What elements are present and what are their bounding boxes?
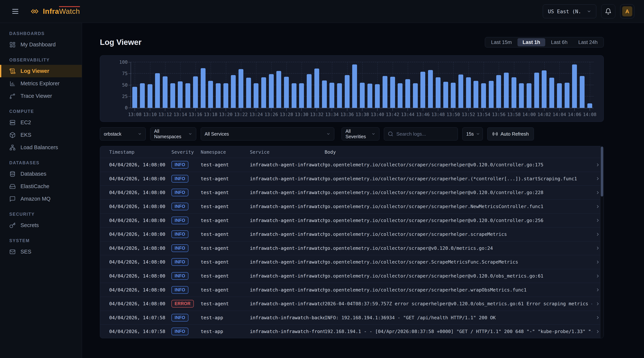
time-range-last-15m[interactable]: Last 15m [486,38,517,46]
log-row[interactable]: 04/04/2026, 14:08:00ERRORtest-agentinfra… [100,297,604,311]
region-select[interactable]: US East (N. [543,4,596,18]
sidebar-item-ses[interactable]: SES [0,246,82,258]
x-axis-label: 13:40 [371,112,384,117]
column-header-namespace: Namespace [201,149,250,155]
log-row[interactable]: 04/04/2026, 14:07:58INFOtest-appinfrawat… [100,325,604,338]
sidebar-item-databases[interactable]: Databases [0,168,82,180]
x-axis-tick [392,108,393,111]
bar-slot [260,62,268,108]
sidebar-item-ec2[interactable]: EC2 [0,116,82,129]
log-row[interactable]: 04/04/2026, 14:08:00INFOtest-agentinfraw… [100,241,604,255]
log-timestamp: 04/04/2026, 14:08:00 [100,301,172,306]
sidebar-item-eks[interactable]: EKS [0,129,82,141]
time-range-last-1h[interactable]: Last 1h [518,38,545,46]
log-row[interactable]: 04/04/2026, 14:08:00INFOtest-agentinfraw… [100,172,604,186]
service-select[interactable]: All Services [201,127,334,140]
log-row[interactable]: 04/04/2026, 14:08:00INFOtest-agentinfraw… [100,269,604,283]
log-row[interactable]: 04/04/2026, 14:07:58INFOtest-appinfrawat… [100,311,604,325]
time-range-group: Last 15mLast 1hLast 6hLast 24h [485,37,604,47]
chevron-right-icon [595,232,600,237]
x-axis-label: 13:46 [416,112,430,117]
sidebar-item-load-balancers[interactable]: Load Balancers [0,141,82,154]
log-namespace: test-app [201,315,250,320]
severity-badge: INFO [172,175,188,183]
chart-bar [231,75,236,108]
sidebar-item-metrics-explorer[interactable]: Metrics Explorer [0,77,82,90]
bar-slot [396,62,404,108]
bar-slot [343,62,351,108]
x-axis-label: 13:14 [174,112,187,117]
x-axis-label: 13:32 [310,112,324,117]
bar-slot [176,62,184,108]
x-axis-label: 13:56 [492,112,505,117]
notifications-button[interactable] [601,4,615,18]
x-axis-tick [241,108,241,111]
chart-plot-area: 025507510013:0813:1013:1213:1413:1613:18… [131,62,594,108]
bar-slot [192,62,200,108]
chart-bar [587,103,592,108]
log-service: infrawatch-agent-infrawatch [250,190,324,195]
log-row[interactable]: 04/04/2026, 14:08:00INFOtest-agentinfraw… [100,158,604,172]
chart-bar [140,83,145,108]
metrics-icon [9,80,16,87]
x-axis-tick [210,108,211,111]
log-row[interactable]: 04/04/2026, 14:08:00INFOtest-agentinfraw… [100,283,604,297]
log-row[interactable]: 04/04/2026, 14:08:00INFOtest-agentinfraw… [100,255,604,269]
sidebar-item-amazon-mq[interactable]: Amazon MQ [0,193,82,205]
avatar-button[interactable]: A [620,4,634,18]
x-axis-label: 13:20 [219,112,232,117]
bar-slot [487,62,495,108]
log-row[interactable]: 04/04/2026, 14:08:00INFOtest-agentinfraw… [100,200,604,213]
severity-select[interactable]: All Severities [342,127,380,140]
sidebar-item-log-viewer[interactable]: Log Viewer [0,65,82,77]
menu-icon [11,7,20,15]
chevron-down-icon [326,132,330,136]
bar-slot [268,62,275,108]
x-axis-label: 13:22 [234,112,248,117]
x-axis-tick [134,108,135,111]
time-range-last-24h[interactable]: Last 24h [573,38,603,46]
sidebar-item-my-dashboard[interactable]: My Dashboard [0,38,82,51]
time-range-last-6h[interactable]: Last 6h [546,38,573,46]
brand-name: InfraWatch [43,7,80,15]
cluster-select[interactable]: orbstack [100,127,146,140]
bar-slot [556,62,563,108]
log-timestamp: 04/04/2026, 14:08:00 [100,204,172,209]
log-row[interactable]: 04/04/2026, 14:08:00INFOtest-agentinfraw… [100,186,604,200]
namespace-select-value: All Namespaces [154,128,186,139]
namespace-select[interactable]: All Namespaces [150,127,196,140]
log-row[interactable]: 04/04/2026, 14:08:00INFOtest-agentinfraw… [100,227,604,241]
log-namespace: test-agent [201,204,250,209]
menu-button[interactable] [10,6,21,17]
sidebar-item-secrets[interactable]: Secrets [0,219,82,232]
sidebar-item-label: Secrets [20,222,39,228]
search-input[interactable] [396,131,454,137]
sidebar-item-trace-viewer[interactable]: Trace Viewer [0,90,82,102]
auto-refresh-button[interactable]: Auto Refresh [487,127,534,140]
log-namespace: test-agent [201,218,250,223]
chart-bar [170,83,175,108]
chart-bar [489,81,494,108]
bar-slot [540,62,548,108]
chart-bar [132,87,137,108]
log-body: go.opentelemetry.io/collector/scraper@v0… [324,246,592,251]
page-title: Log Viewer [100,38,142,47]
x-axis-label: 13:16 [189,112,202,117]
log-body: go.opentelemetry.io/collector/scraper/sc… [324,273,592,279]
sidebar-section-label: COMPUTE [0,109,82,114]
x-axis-label: 14:00 [522,112,536,117]
sidebar-item-elasticache[interactable]: ElastiCache [0,180,82,193]
chart-bar [284,77,289,108]
bar-slot [306,62,313,108]
refresh-interval-select[interactable]: 15s [462,127,483,140]
x-axis-label: 13:26 [264,112,278,117]
log-timestamp: 04/04/2026, 14:08:00 [100,190,172,195]
x-axis-label: 13:12 [158,112,172,117]
severity-badge: INFO [172,230,188,238]
trace-icon [9,93,16,99]
chart-bar [208,81,213,108]
table-scrollbar-thumb[interactable] [601,147,603,197]
log-row[interactable]: 04/04/2026, 14:08:00INFOtest-agentinfraw… [100,213,604,227]
column-header-body: Body [324,149,592,155]
bar-slot [139,62,146,108]
